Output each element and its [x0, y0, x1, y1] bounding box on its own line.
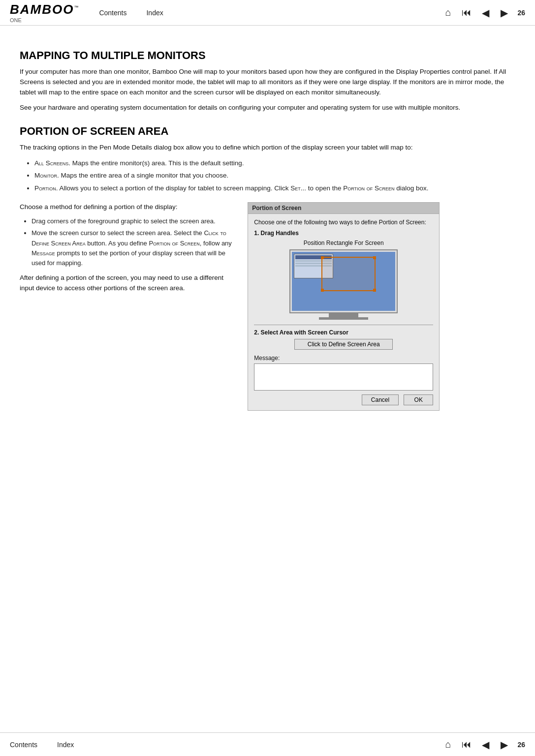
nav-contents[interactable]: Contents — [99, 9, 126, 17]
footer-next-icon[interactable]: ▶ — [497, 738, 511, 752]
header: BAMBOO™ ONE Contents Index ⌂ ⏮ ◀ ▶ 26 — [0, 0, 535, 26]
header-icons: ⌂ ⏮ ◀ ▶ 26 — [441, 6, 525, 20]
footer-contents[interactable]: Contents — [10, 741, 37, 749]
monitor-outer — [289, 249, 398, 313]
position-rect-label: Position Rectangle For Screen — [254, 240, 433, 246]
first-page-icon[interactable]: ⏮ — [459, 6, 474, 20]
footer-index[interactable]: Index — [57, 741, 74, 749]
next-page-icon[interactable]: ▶ — [497, 6, 511, 20]
handle-top-left[interactable] — [321, 256, 324, 259]
mapping-section: MAPPING TO MULTIPLE MONITORS If your com… — [20, 49, 515, 113]
divider — [254, 325, 433, 325]
monitor-stand — [329, 313, 358, 317]
bullet-portion: Portion. Allows you to select a portion … — [34, 183, 515, 194]
col-right: Portion of Screen Choose one of the foll… — [248, 202, 515, 411]
bullet-monitor: Monitor. Maps the entire area of a singl… — [34, 170, 515, 181]
page-number: 26 — [517, 9, 525, 17]
handle-bottom-right[interactable] — [373, 289, 376, 292]
logo-bamboo: BAMBOO™ — [10, 2, 79, 17]
logo-sub: ONE — [10, 17, 79, 23]
col-left-item-2: Move the screen cursor to select the scr… — [31, 228, 238, 268]
header-nav: Contents Index — [99, 9, 441, 17]
portion-bullets: All Screens. Maps the entire monitor(s) … — [34, 158, 515, 194]
nav-index[interactable]: Index — [146, 9, 163, 17]
home-icon[interactable]: ⌂ — [441, 6, 455, 20]
dialog-buttons: Cancel OK — [254, 394, 433, 405]
footer-prev-icon[interactable]: ◀ — [478, 738, 493, 752]
mapping-body2: See your hardware and operating system d… — [20, 103, 515, 113]
cancel-button[interactable]: Cancel — [362, 394, 399, 405]
portion-section: PORTION OF SCREEN AREA The tracking opti… — [20, 125, 515, 194]
col-left: Choose a method for defining a portion o… — [20, 202, 248, 297]
dialog-instruction: Choose one of the following two ways to … — [254, 219, 433, 226]
footer: Contents Index ⌂ ⏮ ◀ ▶ 26 — [0, 732, 535, 756]
footer-page-number: 26 — [517, 741, 525, 749]
message-section: Message: — [254, 355, 433, 391]
portion-body: The tracking options in the Pen Mode Det… — [20, 143, 515, 153]
footer-icons: ⌂ ⏮ ◀ ▶ 26 — [441, 738, 525, 752]
logo-area: BAMBOO™ ONE — [10, 2, 79, 23]
monitor-wrapper — [289, 249, 398, 320]
handle-bottom-left[interactable] — [321, 289, 324, 292]
mapping-title: MAPPING TO MULTIPLE MONITORS — [20, 49, 515, 62]
drag-handles-section: 1. Drag Handles Position Rectangle For S… — [254, 230, 433, 320]
logo-text: BAMBOO — [10, 2, 74, 17]
select-area-section: 2. Select Area with Screen Cursor Click … — [254, 329, 433, 350]
handle-top-right[interactable] — [373, 256, 376, 259]
col-left-intro: Choose a method for defining a portion o… — [20, 202, 238, 212]
rect-overlay[interactable] — [321, 257, 376, 291]
monitor-base — [319, 317, 368, 320]
dialog-titlebar: Portion of Screen — [248, 203, 439, 214]
dialog-box: Portion of Screen Choose one of the foll… — [248, 202, 440, 411]
col-left-after: After defining a portion of the screen, … — [20, 273, 238, 294]
mapping-body1: If your computer has more than one monit… — [20, 67, 515, 98]
two-col-area: Choose a method for defining a portion o… — [20, 202, 515, 411]
logo-tm: ™ — [74, 5, 79, 10]
portion-title: PORTION OF SCREEN AREA — [20, 125, 515, 138]
section1-label: 1. Drag Handles — [254, 230, 433, 237]
message-label: Message: — [254, 355, 433, 362]
monitor-preview-container — [254, 249, 433, 320]
section2-label: 2. Select Area with Screen Cursor — [254, 329, 433, 336]
footer-first-icon[interactable]: ⏮ — [459, 738, 474, 752]
ok-button[interactable]: OK — [404, 394, 433, 405]
message-area — [254, 363, 433, 391]
col-left-list: Drag corners of the foreground graphic t… — [31, 216, 238, 268]
main-content: MAPPING TO MULTIPLE MONITORS If your com… — [0, 26, 535, 423]
bullet-all-screens: All Screens. Maps the entire monitor(s) … — [34, 158, 515, 169]
prev-page-icon[interactable]: ◀ — [478, 6, 493, 20]
footer-nav: Contents Index — [10, 741, 74, 749]
click-define-button[interactable]: Click to Define Screen Area — [294, 339, 393, 350]
dialog-body: Choose one of the following two ways to … — [248, 214, 439, 410]
footer-home-icon[interactable]: ⌂ — [441, 738, 455, 752]
monitor-screen — [292, 252, 395, 311]
col-left-item-1: Drag corners of the foreground graphic t… — [31, 216, 238, 226]
